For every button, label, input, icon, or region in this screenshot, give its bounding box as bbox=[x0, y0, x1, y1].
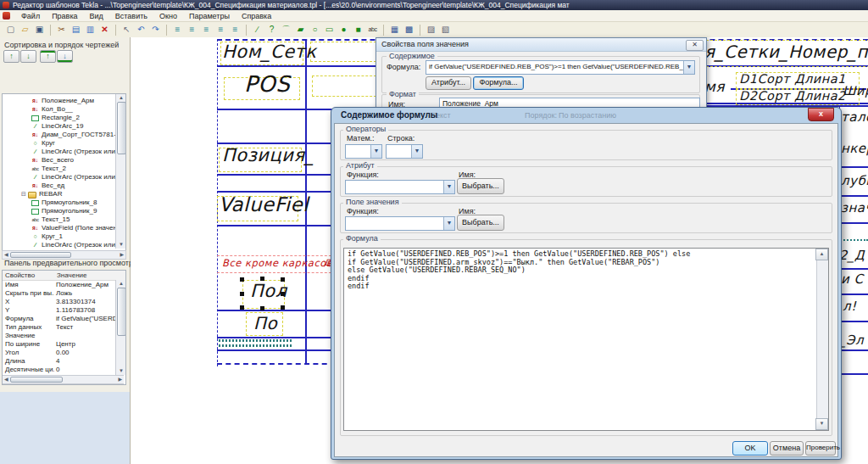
chevron-down-icon[interactable]: ▼ bbox=[683, 61, 694, 74]
cut-icon[interactable]: ✂ bbox=[55, 24, 68, 36]
tree-item[interactable]: Rectangle_2 bbox=[3, 114, 125, 122]
selection-handle[interactable] bbox=[260, 306, 264, 310]
attribute-function-combo[interactable]: ▼ bbox=[345, 180, 455, 194]
menu-window[interactable]: Окно bbox=[153, 12, 183, 20]
field-pos[interactable]: POS bbox=[244, 71, 290, 97]
properties-horizontal-scrollbar[interactable]: ◀ ▶ bbox=[3, 375, 124, 384]
redo-icon[interactable]: ↷ bbox=[149, 24, 162, 36]
string-operator-combo[interactable]: ▼ bbox=[386, 144, 423, 159]
formula-button[interactable]: Формула... bbox=[473, 76, 524, 90]
right-strip-label[interactable]: _Эл bbox=[839, 333, 864, 348]
move-up-button[interactable]: ↑ bbox=[3, 50, 19, 63]
tree-item[interactable]: ∕LineOrArc (Отрезок или bbox=[3, 173, 125, 182]
tree-item[interactable]: ○Круг_1 bbox=[3, 232, 125, 241]
collapse-icon[interactable]: ⊟ bbox=[21, 190, 26, 198]
value-field-select-button[interactable]: Выбрать... bbox=[457, 215, 504, 231]
rectangle-icon[interactable]: ▭ bbox=[323, 24, 336, 36]
right-d1-label[interactable]: D1Сорт Длина1 bbox=[739, 72, 846, 86]
menu-help[interactable]: Справка bbox=[236, 12, 277, 20]
tree-item[interactable]: я↓Кол_Во__ bbox=[3, 105, 125, 114]
chevron-down-icon[interactable]: ▼ bbox=[443, 181, 454, 193]
line-icon[interactable]: ∕ bbox=[251, 24, 264, 36]
right-strip-label[interactable]: и С bbox=[841, 271, 864, 287]
right-strip-label[interactable]: тало bbox=[841, 109, 868, 125]
paste-icon[interactable]: ▥ bbox=[84, 24, 97, 36]
tree-item[interactable]: Прямоугольник_8 bbox=[3, 198, 125, 207]
move-top-button[interactable]: ↑ bbox=[40, 50, 56, 63]
attribute-button[interactable]: Атрибут... bbox=[426, 76, 471, 90]
chevron-down-icon[interactable]: ▼ bbox=[443, 217, 454, 230]
field-position[interactable]: Позиция_ bbox=[222, 145, 314, 165]
tree-item[interactable]: abcТекст_2 bbox=[3, 165, 125, 173]
tree-item[interactable]: ○Круг bbox=[3, 139, 125, 148]
right-strip-label[interactable]: 2_Д bbox=[839, 248, 865, 263]
menu-insert[interactable]: Вставить bbox=[109, 12, 153, 20]
tree-item[interactable]: я↓Диам_Сорт_ГОСТ5781-8 bbox=[3, 131, 125, 139]
formula-textarea[interactable]: if GetValue("USERDEFINED.REB_POS")>=1 th… bbox=[343, 248, 829, 431]
tree-item[interactable]: ∕LineOrArc (Отрезок или bbox=[3, 241, 125, 249]
close-icon[interactable]: x bbox=[808, 108, 834, 121]
template-icon[interactable]: ▩ bbox=[403, 24, 415, 36]
filled-circle-icon[interactable]: ● bbox=[337, 24, 350, 36]
tree-item[interactable]: я↓Вес_ед bbox=[3, 182, 125, 190]
menu-file[interactable]: Файл bbox=[15, 12, 46, 20]
menu-edit[interactable]: Правка bbox=[46, 12, 83, 20]
right-strip-label[interactable]: л! bbox=[843, 299, 857, 314]
close-icon[interactable]: ✕ bbox=[686, 40, 704, 51]
new-icon[interactable]: ▢ bbox=[4, 24, 17, 36]
selection-handle[interactable] bbox=[240, 305, 244, 310]
right-strip-label[interactable]: лубк bbox=[841, 173, 868, 188]
filled-rect-icon[interactable]: ■ bbox=[352, 24, 364, 36]
right-header-label[interactable]: я_Сетки_Номер_поз_в bbox=[704, 42, 868, 62]
tree-item[interactable]: ∕LineOrArc (Отрезок или bbox=[3, 148, 125, 156]
ok-button[interactable]: OK bbox=[732, 441, 768, 456]
undo-icon[interactable]: ↶ bbox=[135, 24, 147, 36]
tree-vertical-scrollbar[interactable]: ▲ ▼ bbox=[115, 94, 125, 249]
menu-options[interactable]: Параметры bbox=[183, 12, 236, 20]
dotted-text-row[interactable] bbox=[219, 339, 293, 342]
text-icon[interactable]: abc bbox=[366, 24, 379, 36]
tree-item-rebar-folder[interactable]: ⊟REBAR bbox=[3, 190, 125, 198]
link-icon[interactable]: ▧ bbox=[439, 24, 452, 36]
tree-item[interactable]: Прямоугольник_9 bbox=[3, 207, 125, 215]
dialog-title-bar[interactable]: Свойства поля значения ✕ bbox=[376, 38, 706, 52]
tree-item[interactable]: я↓Положение_Арм bbox=[3, 97, 125, 105]
right-d2-label[interactable]: D2Сорт Длина2 bbox=[739, 89, 846, 103]
polygon-icon[interactable]: ▰ bbox=[294, 24, 307, 36]
selection-handle[interactable] bbox=[240, 292, 244, 296]
save-icon[interactable]: ▣ bbox=[33, 24, 46, 36]
field-nom-setk[interactable]: Ном_Сетк bbox=[222, 42, 316, 62]
align-bottom-icon[interactable]: ≡ bbox=[229, 24, 242, 36]
scroll-down-icon[interactable]: ▼ bbox=[815, 418, 828, 430]
chevron-down-icon[interactable]: ▼ bbox=[370, 145, 381, 158]
scroll-up-icon[interactable]: ▲ bbox=[815, 249, 828, 260]
right-shir-label[interactable]: Шир bbox=[843, 84, 868, 98]
tree-item[interactable]: ∕LineOrArc_19 bbox=[3, 122, 125, 131]
properties-vertical-scrollbar[interactable]: ▲ ▼ bbox=[115, 280, 125, 375]
chevron-down-icon[interactable]: ▼ bbox=[411, 145, 422, 158]
field-pol[interactable]: Пол bbox=[250, 281, 287, 301]
formula-vertical-scrollbar[interactable]: ▲ ▼ bbox=[816, 249, 828, 430]
attribute-select-button[interactable]: Выбрать... bbox=[457, 178, 504, 194]
move-bottom-button[interactable]: ↓ bbox=[57, 50, 73, 63]
tree-item[interactable]: я↓Вес_всего bbox=[3, 156, 125, 165]
value-field-icon[interactable]: ▦ bbox=[388, 24, 401, 36]
move-down-button[interactable]: ↓ bbox=[20, 50, 36, 63]
field-po[interactable]: По bbox=[253, 313, 277, 333]
check-button[interactable]: Проверить bbox=[805, 441, 836, 456]
selection-handle[interactable] bbox=[240, 277, 244, 282]
dotted-text-row[interactable] bbox=[219, 344, 293, 347]
align-middle-icon[interactable]: ≡ bbox=[200, 24, 213, 36]
tree-item[interactable]: abcТекст_15 bbox=[3, 215, 125, 224]
circle-icon[interactable]: ○ bbox=[309, 24, 321, 36]
right-strip-label[interactable]: нкер bbox=[841, 141, 868, 156]
formula-combo[interactable]: if GetValue("USERDEFINED.REB_POS")>=1 th… bbox=[426, 60, 695, 75]
value-field-function-combo[interactable]: ▼ bbox=[345, 216, 455, 231]
copy-icon[interactable]: ▤ bbox=[70, 24, 82, 36]
formula-text[interactable]: if GetValue("USERDEFINED.REB_POS")>=1 th… bbox=[344, 249, 828, 293]
freehand-icon[interactable]: ? bbox=[265, 24, 278, 36]
right-mya-label[interactable]: мя bbox=[704, 78, 725, 95]
field-valuefield[interactable]: ValueFiel bbox=[219, 193, 309, 215]
cancel-button[interactable]: Отмена bbox=[770, 441, 804, 456]
align-center-icon[interactable]: ≡ bbox=[186, 24, 198, 36]
